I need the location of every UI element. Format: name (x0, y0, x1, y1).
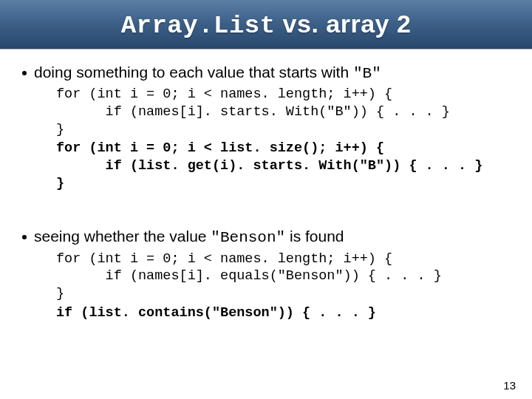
slide: Array.List vs. array 2 doing something t… (0, 0, 532, 399)
bullet-1: doing something to each value that start… (22, 62, 517, 84)
slide-title: Array.List vs. array 2 (121, 10, 412, 40)
bullet-1-mono: "B" (353, 65, 381, 82)
bullet-2: seeing whether the value "Benson" is fou… (22, 226, 517, 248)
bullet-dot-icon (22, 71, 27, 75)
code-block-list-b: for (int i = 0; i < list. size(); i++) {… (56, 140, 517, 192)
bullet-1-text: doing something to each value that start… (34, 62, 381, 84)
code-block-list-benson: if (list. contains("Benson")) { . . . } (56, 304, 517, 322)
bullet-2-pre: seeing whether the value (34, 228, 211, 245)
slide-content: doing something to each value that start… (0, 49, 532, 321)
bullet-2-post: is found (285, 228, 344, 245)
code-block-array-benson: for (int i = 0; i < names. length; i++) … (56, 250, 517, 303)
bullet-1-pre: doing something to each value that start… (34, 64, 353, 81)
bullet-2-text: seeing whether the value "Benson" is fou… (34, 226, 344, 248)
title-mono: Array.List (121, 12, 276, 40)
bullet-2-mono: "Benson" (211, 229, 285, 246)
code-block-array-b: for (int i = 0; i < names. length; i++) … (56, 86, 517, 138)
title-band: Array.List vs. array 2 (0, 0, 532, 49)
title-rest: vs. array 2 (276, 10, 412, 38)
bullet-dot-icon (22, 235, 27, 239)
page-number: 13 (503, 379, 516, 392)
